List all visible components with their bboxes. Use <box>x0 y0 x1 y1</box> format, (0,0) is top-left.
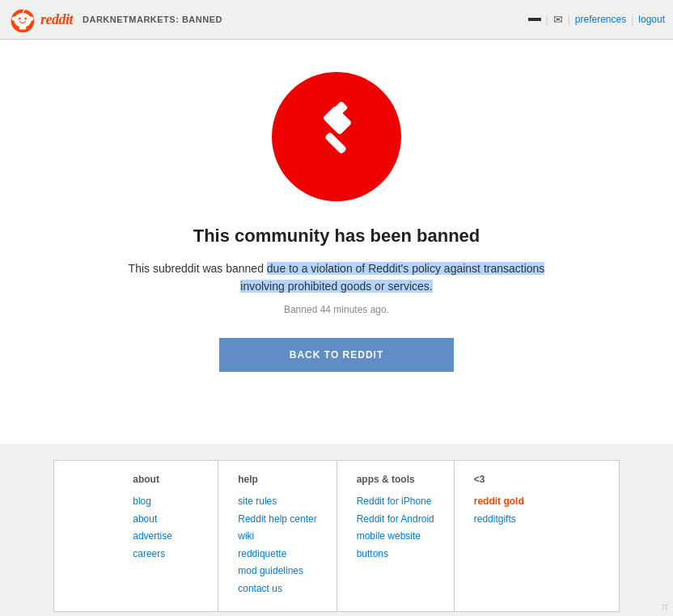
footer-reddit-gold-link[interactable]: reddit gold <box>474 493 540 511</box>
gavel-icon <box>304 100 369 174</box>
back-to-reddit-button[interactable]: BACK TO REDDIT <box>219 338 454 372</box>
reddit-alien-icon <box>8 5 37 34</box>
main-content: This community has been banned This subr… <box>0 40 673 444</box>
svg-point-5 <box>12 16 16 20</box>
header: reddit DarkNetMarkets: Banned | ✉ | pref… <box>0 0 673 40</box>
footer-reddiquette-link[interactable]: reddiquette <box>238 546 316 563</box>
svg-point-6 <box>29 16 33 20</box>
mail-icon[interactable]: ✉ <box>553 13 563 26</box>
footer-buttons-link[interactable]: buttons <box>357 546 434 563</box>
reddit-logo[interactable]: reddit <box>8 5 73 34</box>
svg-point-2 <box>14 13 32 27</box>
karma-score <box>528 18 541 21</box>
footer-about-col: about blog about advertise careers <box>113 461 218 611</box>
footer-links: about blog about advertise careers help … <box>53 460 620 612</box>
preferences-link[interactable]: preferences <box>575 14 626 25</box>
header-right: | ✉ | preferences | logout <box>528 13 665 26</box>
footer-help-center-link[interactable]: Reddit help center <box>238 511 316 529</box>
svg-rect-9 <box>19 27 27 30</box>
gavel-svg <box>304 100 369 165</box>
banned-description-prefix: This subreddit was banned <box>129 262 267 275</box>
svg-point-8 <box>23 8 26 11</box>
banned-title: This community has been banned <box>193 226 480 247</box>
pi-symbol: π <box>662 601 668 613</box>
footer-careers-link[interactable]: careers <box>133 546 198 563</box>
footer-apps-title: apps & tools <box>357 474 434 485</box>
reddit-wordmark: reddit <box>40 11 73 28</box>
footer-android-link[interactable]: Reddit for Android <box>357 511 434 529</box>
banned-time: Banned 44 minutes ago. <box>284 304 389 315</box>
footer-redditgifts-link[interactable]: redditgifts <box>474 511 540 529</box>
banned-description-highlight: due to a violation of Reddit's policy ag… <box>240 262 544 293</box>
footer-help-col: help site rules Reddit help center wiki … <box>218 461 336 611</box>
svg-point-4 <box>24 18 27 20</box>
footer-about-title: about <box>133 474 198 485</box>
logout-link[interactable]: logout <box>638 14 665 25</box>
footer: about blog about advertise careers help … <box>0 460 673 616</box>
footer-iphone-link[interactable]: Reddit for iPhone <box>357 493 434 511</box>
footer-apps-col: apps & tools Reddit for iPhone Reddit fo… <box>337 461 455 611</box>
footer-help-title: help <box>238 474 316 485</box>
svg-point-3 <box>19 18 21 20</box>
banned-icon-circle <box>272 72 401 201</box>
footer-mobile-link[interactable]: mobile website <box>357 528 434 546</box>
footer-wiki-link[interactable]: wiki <box>238 528 316 546</box>
header-left: reddit DarkNetMarkets: Banned <box>8 5 222 34</box>
footer-mod-guidelines-link[interactable]: mod guidelines <box>238 563 316 580</box>
subreddit-title: DarkNetMarkets: Banned <box>83 15 222 24</box>
footer-love-title: <3 <box>474 474 540 485</box>
footer-site-rules-link[interactable]: site rules <box>238 493 316 511</box>
footer-contact-link[interactable]: contact us <box>238 580 316 598</box>
footer-advertise-link[interactable]: advertise <box>133 528 198 546</box>
banned-description: This subreddit was banned due to a viola… <box>110 259 563 296</box>
svg-rect-12 <box>324 131 347 154</box>
footer-love-col: <3 reddit gold redditgifts <box>455 461 560 611</box>
footer-about-link[interactable]: about <box>133 511 198 529</box>
footer-blog-link[interactable]: blog <box>133 493 198 511</box>
